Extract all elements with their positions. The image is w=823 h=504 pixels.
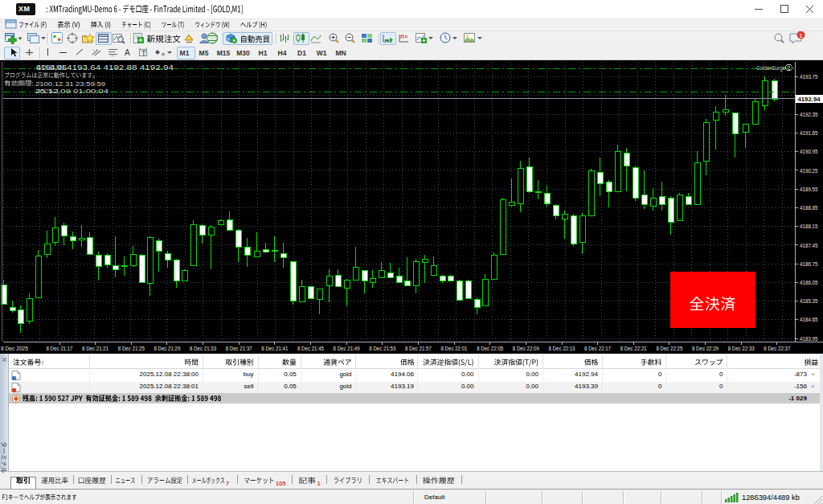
svg-text:4188.15: 4188.15: [800, 223, 818, 230]
svg-text:8 Dec 22:09: 8 Dec 22:09: [513, 346, 539, 351]
svg-text:4187.45: 4187.45: [800, 242, 818, 249]
svg-text:8 Dec 22:05: 8 Dec 22:05: [477, 346, 503, 351]
svg-text:4191.65: 4191.65: [800, 129, 818, 137]
svg-text:8 Dec 22:17: 8 Dec 22:17: [584, 346, 611, 351]
svg-text:8 Dec 21:37: 8 Dec 21:37: [226, 346, 252, 351]
svg-text:1: 1: [799, 32, 803, 39]
svg-text:2025.1: 2025.1: [35, 88, 60, 95]
svg-text:8 Dec 21:53: 8 Dec 21:53: [369, 346, 395, 351]
svg-text:8 Dec 22:29: 8 Dec 22:29: [692, 346, 719, 351]
svg-text:8 Dec 21:17: 8 Dec 21:17: [47, 346, 73, 351]
svg-text:8 Dec 21:57: 8 Dec 21:57: [405, 346, 432, 351]
svg-text:4193.64 4192.88 4192.94: 4193.64 4192.88 4192.94: [67, 64, 174, 72]
svg-text:4183.95: 4183.95: [800, 335, 818, 342]
svg-text:4185.35: 4185.35: [800, 297, 818, 305]
svg-text:4186.05: 4186.05: [800, 279, 818, 286]
svg-text:4192.94: 4192.94: [798, 96, 821, 103]
svg-text:8 Dec 22:37: 8 Dec 22:37: [764, 346, 790, 351]
svg-text:8 Dec 21:33: 8 Dec 21:33: [190, 346, 216, 351]
svg-text:8 Dec 22:25: 8 Dec 22:25: [656, 346, 682, 351]
svg-text:8 Dec 21:21: 8 Dec 21:21: [82, 346, 109, 351]
svg-text:8 Dec 21:29: 8 Dec 21:29: [154, 346, 180, 351]
svg-text:8 Dec 22:13: 8 Dec 22:13: [549, 346, 575, 351]
svg-text:8 Dec 2025: 8 Dec 2025: [1, 346, 28, 351]
svg-text:8 Dec 22:21: 8 Dec 22:21: [620, 346, 647, 351]
svg-text:4186.75: 4186.75: [800, 260, 818, 268]
svg-text:A: A: [125, 48, 130, 57]
svg-text:2100.12.31 23:59:59: 2100.12.31 23:59:59: [35, 80, 106, 88]
svg-text:4190.25: 4190.25: [800, 167, 818, 174]
svg-text:4193.75: 4193.75: [800, 73, 818, 80]
svg-text:8 Dec 22:01: 8 Dec 22:01: [441, 346, 468, 351]
svg-text:T: T: [141, 49, 146, 57]
svg-text:8 Dec 22:33: 8 Dec 22:33: [728, 346, 755, 351]
svg-text:GOLD,M1: GOLD,M1: [36, 64, 65, 72]
svg-text:8 Dec 21:45: 8 Dec 21:45: [297, 346, 324, 351]
svg-text:4188.85: 4188.85: [800, 204, 818, 211]
svg-text:8 Dec 21:41: 8 Dec 21:41: [261, 346, 288, 351]
svg-text:4190.95: 4190.95: [800, 148, 818, 155]
svg-text:4189.55: 4189.55: [800, 186, 818, 193]
svg-text:8 Dec 21:49: 8 Dec 21:49: [334, 346, 360, 351]
svg-text:8 Dec 21:25: 8 Dec 21:25: [118, 346, 145, 351]
svg-text:4192.35: 4192.35: [800, 111, 818, 118]
svg-text:GoldenSurge: GoldenSurge: [756, 64, 785, 72]
svg-text:4184.65: 4184.65: [800, 316, 818, 323]
